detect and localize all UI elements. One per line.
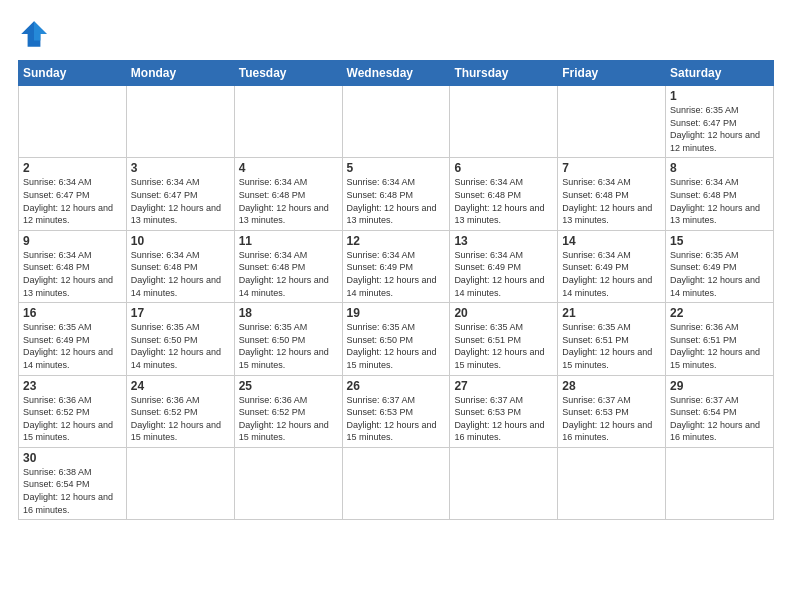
- calendar-cell: 2Sunrise: 6:34 AM Sunset: 6:47 PM Daylig…: [19, 158, 127, 230]
- day-number: 14: [562, 234, 661, 248]
- calendar-cell: [234, 86, 342, 158]
- day-info: Sunrise: 6:34 AM Sunset: 6:48 PM Dayligh…: [239, 176, 338, 226]
- weekday-tuesday: Tuesday: [234, 61, 342, 86]
- calendar-cell: 4Sunrise: 6:34 AM Sunset: 6:48 PM Daylig…: [234, 158, 342, 230]
- day-info: Sunrise: 6:34 AM Sunset: 6:48 PM Dayligh…: [670, 176, 769, 226]
- calendar-cell: 27Sunrise: 6:37 AM Sunset: 6:53 PM Dayli…: [450, 375, 558, 447]
- calendar-cell: 5Sunrise: 6:34 AM Sunset: 6:48 PM Daylig…: [342, 158, 450, 230]
- calendar-cell: 13Sunrise: 6:34 AM Sunset: 6:49 PM Dayli…: [450, 230, 558, 302]
- calendar-cell: 8Sunrise: 6:34 AM Sunset: 6:48 PM Daylig…: [666, 158, 774, 230]
- day-info: Sunrise: 6:35 AM Sunset: 6:51 PM Dayligh…: [454, 321, 553, 371]
- weekday-friday: Friday: [558, 61, 666, 86]
- calendar-cell: 17Sunrise: 6:35 AM Sunset: 6:50 PM Dayli…: [126, 303, 234, 375]
- calendar-cell: 19Sunrise: 6:35 AM Sunset: 6:50 PM Dayli…: [342, 303, 450, 375]
- day-info: Sunrise: 6:35 AM Sunset: 6:50 PM Dayligh…: [347, 321, 446, 371]
- day-number: 4: [239, 161, 338, 175]
- calendar-cell: [234, 447, 342, 519]
- calendar-cell: 16Sunrise: 6:35 AM Sunset: 6:49 PM Dayli…: [19, 303, 127, 375]
- day-info: Sunrise: 6:37 AM Sunset: 6:53 PM Dayligh…: [454, 394, 553, 444]
- day-info: Sunrise: 6:35 AM Sunset: 6:51 PM Dayligh…: [562, 321, 661, 371]
- day-info: Sunrise: 6:34 AM Sunset: 6:49 PM Dayligh…: [562, 249, 661, 299]
- calendar-cell: 9Sunrise: 6:34 AM Sunset: 6:48 PM Daylig…: [19, 230, 127, 302]
- day-number: 16: [23, 306, 122, 320]
- day-number: 11: [239, 234, 338, 248]
- calendar-cell: 22Sunrise: 6:36 AM Sunset: 6:51 PM Dayli…: [666, 303, 774, 375]
- day-info: Sunrise: 6:36 AM Sunset: 6:52 PM Dayligh…: [23, 394, 122, 444]
- day-info: Sunrise: 6:37 AM Sunset: 6:53 PM Dayligh…: [347, 394, 446, 444]
- header: [18, 18, 774, 50]
- calendar-week-4: 23Sunrise: 6:36 AM Sunset: 6:52 PM Dayli…: [19, 375, 774, 447]
- calendar-cell: 29Sunrise: 6:37 AM Sunset: 6:54 PM Dayli…: [666, 375, 774, 447]
- day-info: Sunrise: 6:37 AM Sunset: 6:54 PM Dayligh…: [670, 394, 769, 444]
- weekday-thursday: Thursday: [450, 61, 558, 86]
- day-number: 5: [347, 161, 446, 175]
- calendar-cell: [450, 447, 558, 519]
- day-info: Sunrise: 6:37 AM Sunset: 6:53 PM Dayligh…: [562, 394, 661, 444]
- weekday-sunday: Sunday: [19, 61, 127, 86]
- day-number: 19: [347, 306, 446, 320]
- weekday-wednesday: Wednesday: [342, 61, 450, 86]
- day-number: 3: [131, 161, 230, 175]
- day-info: Sunrise: 6:34 AM Sunset: 6:49 PM Dayligh…: [454, 249, 553, 299]
- calendar-week-3: 16Sunrise: 6:35 AM Sunset: 6:49 PM Dayli…: [19, 303, 774, 375]
- day-number: 15: [670, 234, 769, 248]
- logo: [18, 18, 54, 50]
- day-number: 12: [347, 234, 446, 248]
- calendar-cell: [558, 447, 666, 519]
- day-number: 1: [670, 89, 769, 103]
- day-info: Sunrise: 6:34 AM Sunset: 6:48 PM Dayligh…: [347, 176, 446, 226]
- day-info: Sunrise: 6:34 AM Sunset: 6:47 PM Dayligh…: [131, 176, 230, 226]
- day-number: 6: [454, 161, 553, 175]
- day-info: Sunrise: 6:36 AM Sunset: 6:52 PM Dayligh…: [239, 394, 338, 444]
- calendar-cell: 25Sunrise: 6:36 AM Sunset: 6:52 PM Dayli…: [234, 375, 342, 447]
- calendar-cell: 20Sunrise: 6:35 AM Sunset: 6:51 PM Dayli…: [450, 303, 558, 375]
- calendar-table: SundayMondayTuesdayWednesdayThursdayFrid…: [18, 60, 774, 520]
- calendar-week-0: 1Sunrise: 6:35 AM Sunset: 6:47 PM Daylig…: [19, 86, 774, 158]
- calendar-cell: [450, 86, 558, 158]
- calendar-week-1: 2Sunrise: 6:34 AM Sunset: 6:47 PM Daylig…: [19, 158, 774, 230]
- calendar-cell: [19, 86, 127, 158]
- weekday-monday: Monday: [126, 61, 234, 86]
- logo-icon: [18, 18, 50, 50]
- calendar-cell: 21Sunrise: 6:35 AM Sunset: 6:51 PM Dayli…: [558, 303, 666, 375]
- day-number: 29: [670, 379, 769, 393]
- calendar-cell: [126, 86, 234, 158]
- day-number: 17: [131, 306, 230, 320]
- calendar-cell: 26Sunrise: 6:37 AM Sunset: 6:53 PM Dayli…: [342, 375, 450, 447]
- day-number: 2: [23, 161, 122, 175]
- day-info: Sunrise: 6:35 AM Sunset: 6:49 PM Dayligh…: [23, 321, 122, 371]
- calendar-cell: 7Sunrise: 6:34 AM Sunset: 6:48 PM Daylig…: [558, 158, 666, 230]
- day-info: Sunrise: 6:35 AM Sunset: 6:47 PM Dayligh…: [670, 104, 769, 154]
- calendar-cell: 14Sunrise: 6:34 AM Sunset: 6:49 PM Dayli…: [558, 230, 666, 302]
- calendar-cell: [558, 86, 666, 158]
- svg-marker-1: [34, 21, 47, 40]
- calendar-cell: 24Sunrise: 6:36 AM Sunset: 6:52 PM Dayli…: [126, 375, 234, 447]
- day-number: 23: [23, 379, 122, 393]
- calendar-cell: 6Sunrise: 6:34 AM Sunset: 6:48 PM Daylig…: [450, 158, 558, 230]
- day-number: 27: [454, 379, 553, 393]
- day-number: 24: [131, 379, 230, 393]
- day-info: Sunrise: 6:34 AM Sunset: 6:48 PM Dayligh…: [131, 249, 230, 299]
- day-info: Sunrise: 6:35 AM Sunset: 6:49 PM Dayligh…: [670, 249, 769, 299]
- calendar-cell: 10Sunrise: 6:34 AM Sunset: 6:48 PM Dayli…: [126, 230, 234, 302]
- day-number: 28: [562, 379, 661, 393]
- day-number: 30: [23, 451, 122, 465]
- day-info: Sunrise: 6:34 AM Sunset: 6:48 PM Dayligh…: [239, 249, 338, 299]
- page: SundayMondayTuesdayWednesdayThursdayFrid…: [0, 0, 792, 612]
- calendar-cell: 12Sunrise: 6:34 AM Sunset: 6:49 PM Dayli…: [342, 230, 450, 302]
- day-info: Sunrise: 6:35 AM Sunset: 6:50 PM Dayligh…: [239, 321, 338, 371]
- calendar-cell: 30Sunrise: 6:38 AM Sunset: 6:54 PM Dayli…: [19, 447, 127, 519]
- day-number: 20: [454, 306, 553, 320]
- day-info: Sunrise: 6:34 AM Sunset: 6:47 PM Dayligh…: [23, 176, 122, 226]
- day-info: Sunrise: 6:34 AM Sunset: 6:48 PM Dayligh…: [562, 176, 661, 226]
- calendar-cell: [342, 447, 450, 519]
- day-info: Sunrise: 6:34 AM Sunset: 6:49 PM Dayligh…: [347, 249, 446, 299]
- day-number: 22: [670, 306, 769, 320]
- day-info: Sunrise: 6:34 AM Sunset: 6:48 PM Dayligh…: [23, 249, 122, 299]
- day-number: 8: [670, 161, 769, 175]
- weekday-header-row: SundayMondayTuesdayWednesdayThursdayFrid…: [19, 61, 774, 86]
- calendar-week-2: 9Sunrise: 6:34 AM Sunset: 6:48 PM Daylig…: [19, 230, 774, 302]
- day-info: Sunrise: 6:36 AM Sunset: 6:52 PM Dayligh…: [131, 394, 230, 444]
- calendar-cell: [666, 447, 774, 519]
- day-number: 9: [23, 234, 122, 248]
